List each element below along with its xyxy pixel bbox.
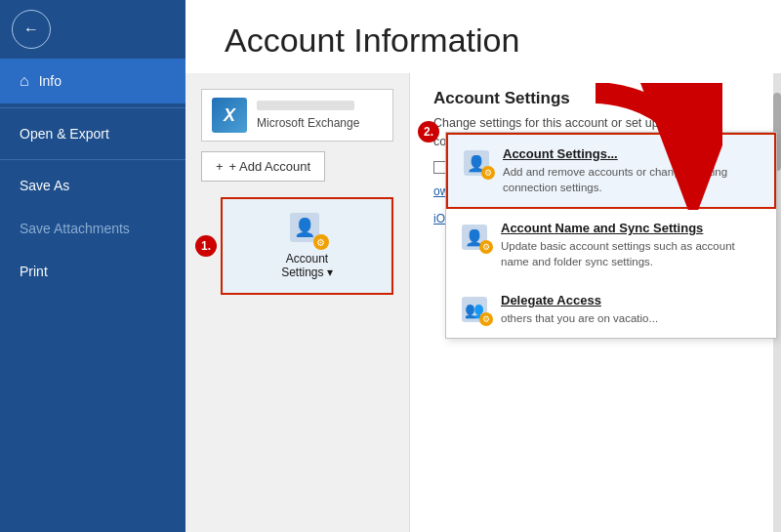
- add-account-button[interactable]: + + Add Account: [201, 151, 325, 182]
- dropdown-item-3-title: Delegate Access: [501, 293, 658, 307]
- back-icon: ←: [23, 20, 39, 38]
- gear-badge-icon: ⚙: [313, 234, 329, 250]
- person-glyph: 👤: [294, 217, 315, 238]
- gear-glyph: ⚙: [316, 237, 325, 248]
- dropdown-item-3-desc: others that you are on vacatio...: [501, 310, 658, 326]
- sidebar-item-save-as-label: Save As: [20, 178, 69, 193]
- acct-settings-wrapper: 1. 👤 ⚙ AccountSettings ▾: [221, 197, 393, 295]
- sidebar-item-save-as[interactable]: Save As: [0, 164, 185, 207]
- dropdown-item-1-desc: Add and remove accounts or change existi…: [503, 164, 760, 195]
- sidebar-item-save-attachments-label: Save Attachments: [20, 221, 130, 236]
- add-icon: +: [216, 159, 224, 174]
- dropdown-item-account-settings[interactable]: 👤 ⚙ Account Settings... Add and remove a…: [446, 133, 776, 209]
- page-title: Account Information: [185, 0, 781, 73]
- dropdown-item-2-text: Account Name and Sync Settings Update ba…: [501, 221, 762, 269]
- dropdown-item-3-gear: ⚙: [479, 312, 493, 326]
- dropdown-item-2-icon: 👤 ⚙: [460, 223, 489, 252]
- account-provider-label: Microsoft Exchange: [257, 116, 359, 130]
- account-settings-label: AccountSettings ▾: [281, 252, 333, 279]
- sidebar-divider-1: [0, 107, 185, 108]
- sidebar-item-info-label: Info: [39, 73, 62, 89]
- dropdown-item-1-icon: 👤 ⚙: [462, 148, 491, 178]
- step-1-badge: 1.: [195, 235, 217, 257]
- dropdown-item-3-text: Delegate Access others that you are on v…: [501, 293, 658, 326]
- dropdown-item-1-gear: ⚙: [481, 166, 495, 180]
- dropdown-item-1-title: Account Settings...: [503, 146, 760, 161]
- right-panel-title: Account Settings: [433, 89, 726, 108]
- sidebar-divider-2: [0, 159, 185, 160]
- account-info: Microsoft Exchange: [257, 101, 359, 131]
- dropdown-item-2-desc: Update basic account settings such as ac…: [501, 238, 762, 269]
- dropdown-item-3-icon: 👥 ⚙: [460, 295, 489, 324]
- sidebar-item-open-export-label: Open & Export: [20, 126, 109, 142]
- left-panel: X Microsoft Exchange + + Add Account 1.: [185, 73, 410, 532]
- account-settings-icon: 👤 ⚙: [290, 213, 325, 248]
- sidebar-item-print[interactable]: Print: [0, 250, 185, 293]
- sidebar-item-open-export[interactable]: Open & Export: [0, 112, 185, 155]
- dropdown-item-1-text: Account Settings... Add and remove accou…: [503, 146, 760, 195]
- sidebar: ← ⌂ Info Open & Export Save As Save Atta…: [0, 0, 185, 532]
- back-button[interactable]: ←: [12, 10, 51, 49]
- account-box[interactable]: X Microsoft Exchange: [201, 89, 393, 142]
- dropdown-item-2-title: Account Name and Sync Settings: [501, 221, 762, 235]
- account-settings-button[interactable]: 👤 ⚙ AccountSettings ▾: [221, 197, 393, 295]
- account-email-bar: [257, 101, 354, 110]
- exchange-icon: X: [212, 98, 247, 133]
- dropdown-menu: 👤 ⚙ Account Settings... Add and remove a…: [445, 132, 777, 339]
- main-content: X Microsoft Exchange + + Add Account 1.: [185, 73, 781, 532]
- main-panel: Account Information X Microsoft Exchange…: [185, 0, 781, 532]
- step-2-badge: 2.: [418, 121, 439, 143]
- add-account-label: + Add Account: [229, 159, 310, 174]
- sidebar-item-info[interactable]: ⌂ Info: [0, 59, 185, 103]
- right-panel: Account Settings Change settings for thi…: [410, 73, 781, 532]
- exchange-letter: X: [224, 105, 235, 126]
- sidebar-item-save-attachments: Save Attachments: [0, 207, 185, 250]
- dropdown-item-2-gear: ⚙: [479, 240, 493, 254]
- dropdown-item-account-name-sync[interactable]: 👤 ⚙ Account Name and Sync Settings Updat…: [446, 209, 776, 281]
- sidebar-item-print-label: Print: [20, 264, 48, 279]
- home-icon: ⌂: [20, 72, 29, 90]
- dropdown-item-delegate-access[interactable]: 👥 ⚙ Delegate Access others that you are …: [446, 281, 776, 338]
